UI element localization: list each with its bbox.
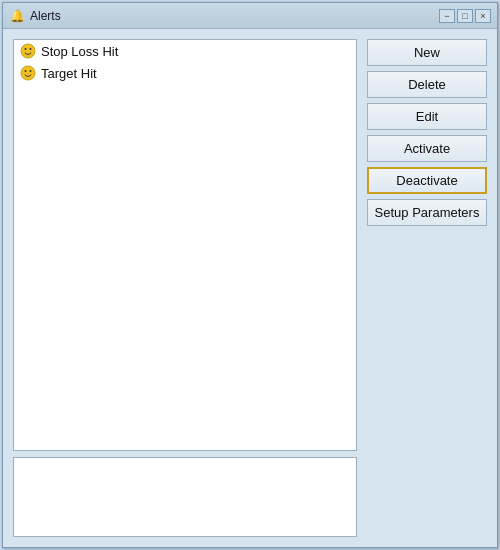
svg-point-1 [25,48,27,50]
activate-button[interactable]: Activate [367,135,487,162]
right-panel: New Delete Edit Activate Deactivate Setu… [367,39,487,537]
minimize-button[interactable]: − [439,9,455,23]
edit-button[interactable]: Edit [367,103,487,130]
list-item[interactable]: Stop Loss Hit [14,40,356,62]
window-controls: − □ × [439,9,491,23]
alerts-list[interactable]: Stop Loss Hit Target Hit [13,39,357,451]
alerts-window: 🔔 Alerts − □ × [2,2,498,548]
close-button[interactable]: × [475,9,491,23]
new-button[interactable]: New [367,39,487,66]
svg-point-3 [21,66,35,80]
window-content: Stop Loss Hit Target Hit [3,29,497,547]
title-bar: 🔔 Alerts − □ × [3,3,497,29]
detail-panel [13,457,357,537]
svg-point-0 [21,44,35,58]
deactivate-button[interactable]: Deactivate [367,167,487,194]
left-panel: Stop Loss Hit Target Hit [13,39,357,537]
svg-point-4 [25,70,27,72]
smiley-icon [20,43,36,59]
window-title: Alerts [30,9,439,23]
smiley-icon [20,65,36,81]
window-icon: 🔔 [9,8,25,24]
list-item-label: Target Hit [41,66,97,81]
setup-parameters-button[interactable]: Setup Parameters [367,199,487,226]
svg-point-2 [30,48,32,50]
delete-button[interactable]: Delete [367,71,487,98]
restore-button[interactable]: □ [457,9,473,23]
svg-point-5 [30,70,32,72]
list-item-label: Stop Loss Hit [41,44,118,59]
list-item[interactable]: Target Hit [14,62,356,84]
